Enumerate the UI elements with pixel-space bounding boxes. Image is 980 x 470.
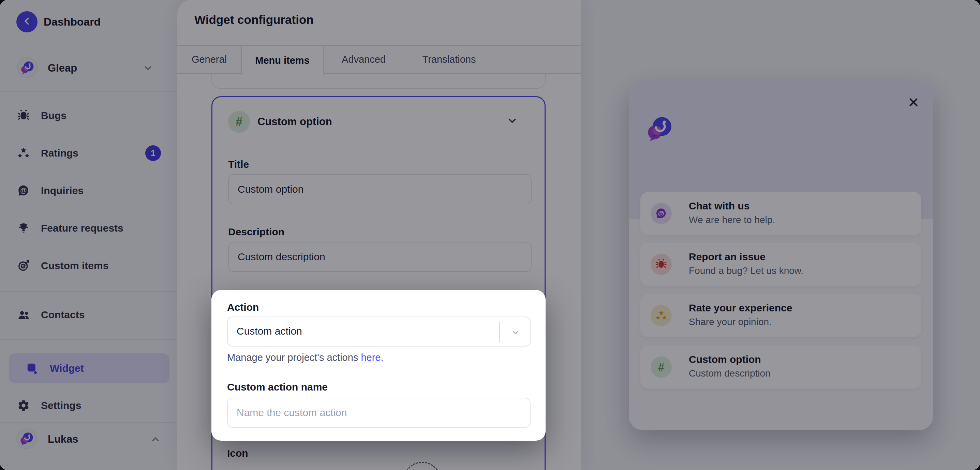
custom-action-name-input[interactable]: [227, 398, 531, 428]
chevron-down-icon: [510, 327, 521, 339]
help-text: Manage your project's actions: [227, 352, 361, 363]
action-field-label: Action: [227, 301, 259, 313]
action-help-text: Manage your project's actions here.: [227, 352, 383, 363]
custom-action-name-label: Custom action name: [227, 381, 328, 393]
action-select-value: Custom action: [237, 325, 302, 337]
actions-link[interactable]: here.: [361, 352, 383, 363]
gleap-dashboard-window: Dashboard Gleap: [0, 0, 980, 470]
action-select[interactable]: Custom action: [227, 317, 531, 347]
select-divider: [499, 322, 500, 343]
spotlight-action-section: Action Custom action Manage your project…: [212, 290, 546, 441]
